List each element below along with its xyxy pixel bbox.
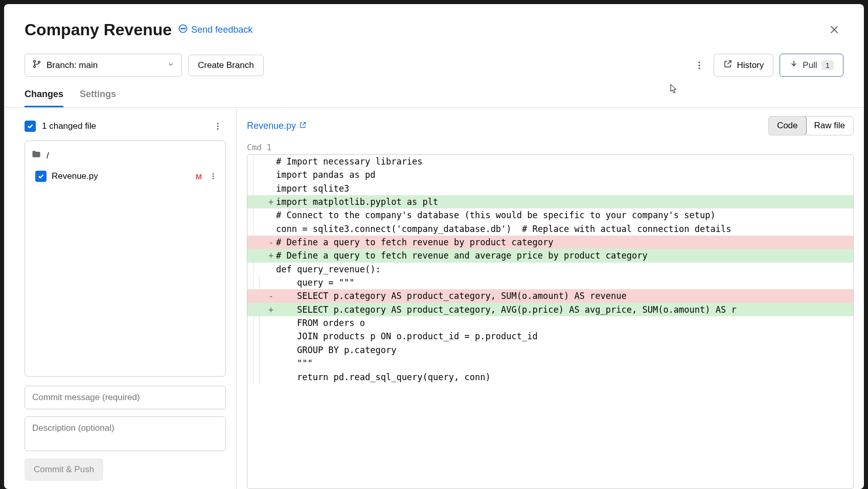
view-code-button[interactable]: Code [768,116,807,135]
toolbar-more-button[interactable] [691,57,707,74]
diff-line: GROUP BY p.category [247,343,853,357]
diff-line: import pandas as pd [247,168,853,181]
branch-label: Branch: main [47,60,98,71]
pull-label: Pull [803,60,817,71]
tab-changes[interactable]: Changes [25,85,63,107]
svg-point-13 [213,173,214,175]
svg-point-2 [182,28,184,29]
history-button[interactable]: History [714,54,773,77]
file-name-label: Revenue.py [52,171,98,181]
file-link[interactable]: Revenue.py [247,121,307,131]
pull-button[interactable]: Pull 1 [780,54,843,77]
file-tree: / Revenue.py M [25,141,226,377]
file-checkbox[interactable] [35,171,47,182]
create-branch-button[interactable]: Create Branch [188,55,264,76]
svg-point-10 [217,123,219,124]
svg-point-11 [217,126,219,127]
commit-description-input[interactable] [25,416,226,451]
changes-more-button[interactable] [210,118,226,134]
diff-line: +# Define a query to fetch revenue and a… [247,249,853,262]
view-toggle: Code Raw file [768,116,854,135]
diff-line: conn = sqlite3.connect('company_database… [247,222,853,236]
view-raw-button[interactable]: Raw file [806,117,853,135]
external-link-icon [299,121,307,131]
commit-push-button[interactable]: Commit & Push [25,458,103,481]
feedback-label: Send feedback [191,25,253,35]
page-title: Company Revenue [25,20,172,39]
svg-point-4 [34,60,36,62]
svg-point-12 [217,128,219,130]
download-icon [789,59,798,71]
diff-line: JOIN products p ON o.product_id = p.prod… [247,330,853,343]
cmd-label: Cmd 1 [247,141,854,154]
diff-line: # Connect to the company's database (thi… [247,208,853,222]
pull-count-badge: 1 [821,60,834,70]
svg-point-3 [185,28,186,29]
history-label: History [737,60,764,71]
diff-line: query = """ [247,276,853,289]
close-button[interactable] [825,20,843,39]
diff-line: -# Define a query to fetch revenue by pr… [247,236,853,249]
tree-file-row[interactable]: Revenue.py M [29,165,221,188]
svg-point-1 [181,28,182,29]
external-link-icon [723,59,733,71]
svg-point-7 [699,61,700,63]
diff-line: + SELECT p.category AS product_category,… [247,303,853,316]
diff-line: """ [247,357,853,370]
chevron-down-icon [167,60,174,71]
svg-point-15 [213,178,214,179]
diff-line: import sqlite3 [247,182,853,195]
folder-icon [31,149,41,162]
diff-line: return pd.read_sql_query(query, conn) [247,370,853,384]
commit-message-input[interactable] [25,386,226,409]
svg-point-14 [213,176,214,177]
diff-line: FROM orders o [247,316,853,330]
branch-icon [32,59,41,71]
tab-settings[interactable]: Settings [80,85,116,107]
diff-line: +import matplotlib.pyplot as plt [247,195,853,208]
diff-line: # Import necessary libraries [247,155,853,168]
root-label: / [47,151,49,161]
file-link-label: Revenue.py [247,121,296,131]
diff-line: def query_revenue(): [247,263,853,276]
select-all-checkbox[interactable] [25,121,36,132]
branch-select[interactable]: Branch: main [25,54,182,77]
svg-point-8 [699,64,700,66]
send-feedback-link[interactable]: Send feedback [178,24,253,36]
diff-line: - SELECT p.category AS product_category,… [247,289,853,302]
changed-files-label: 1 changed file [42,121,203,131]
modified-badge: M [196,172,202,181]
chat-icon [178,24,188,36]
diff-viewer: # Import necessary librariesimport panda… [247,154,854,489]
svg-point-5 [34,65,36,67]
tree-root[interactable]: / [29,146,221,165]
svg-point-9 [699,67,700,69]
file-more-button[interactable] [207,168,219,184]
svg-point-6 [38,61,40,63]
